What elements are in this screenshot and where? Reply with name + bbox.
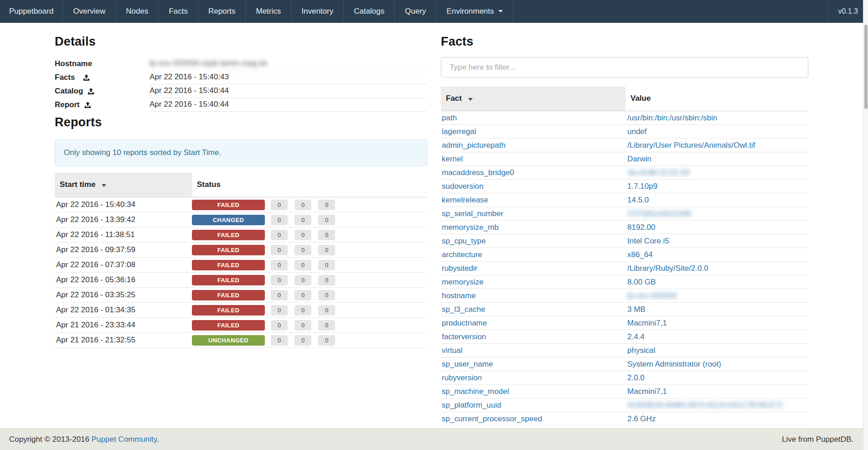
upload-icon[interactable] xyxy=(88,88,94,95)
reports-column-header-start-time[interactable]: Start time xyxy=(55,173,192,197)
fact-row: sp_user_name System Administrator (root) xyxy=(441,357,808,371)
puppet-community-link[interactable]: Puppet Community xyxy=(92,435,157,444)
fact-name-link[interactable]: kernelrelease xyxy=(442,196,488,204)
facts-title: Facts xyxy=(441,35,808,49)
nav-item[interactable]: Catalogs xyxy=(344,0,395,22)
nav-item[interactable]: Overview xyxy=(63,0,116,22)
fact-name-link[interactable]: sudoversion xyxy=(442,182,484,191)
fact-value-link[interactable]: Macmini7,1 xyxy=(627,387,667,396)
fact-value-link[interactable]: 2.4.4 xyxy=(627,332,645,341)
fact-value-link[interactable]: Macmini7,1 xyxy=(627,319,667,327)
report-start-time: Apr 21 2016 - 23:33:44 xyxy=(55,321,192,330)
fact-name-link[interactable]: sp_user_name xyxy=(442,360,493,368)
fact-value-link[interactable]: 3 MB xyxy=(627,305,646,314)
fact-value-link[interactable]: 2.6 GHz xyxy=(627,414,656,423)
nav-item[interactable]: Metrics xyxy=(246,0,291,22)
fact-value-link[interactable]: 2.0.0 xyxy=(627,373,645,382)
fact-value-link[interactable]: undef xyxy=(627,127,647,136)
fact-value-link[interactable]: 3a:c9:86:22:01:00 xyxy=(627,168,689,177)
fact-name-link[interactable]: sp_current_processor_speed xyxy=(442,414,542,423)
facts-column-header-fact[interactable]: Fact xyxy=(441,87,625,111)
fact-name-link[interactable]: lagerregal xyxy=(442,127,476,136)
fact-value-link[interactable]: 14.5.0 xyxy=(627,196,649,204)
facts-filter-input[interactable] xyxy=(441,57,808,78)
details-row: Hostname fp-osx-003056.mpib-berlin.mpg.d… xyxy=(55,57,427,71)
report-row: Apr 22 2016 - 09:37:59 FAILED 0 0 0 xyxy=(55,243,427,258)
count-badge: 0 xyxy=(294,260,311,270)
fact-value-link[interactable]: /usr/bin:/bin:/usr/sbin:/sbin xyxy=(627,114,717,122)
sort-desc-icon xyxy=(102,184,106,187)
fact-row: architecture x86_64 xyxy=(441,248,808,262)
fact-name-link[interactable]: memorysize xyxy=(442,278,484,286)
fact-name-link[interactable]: facterversion xyxy=(442,332,486,341)
fact-value-link[interactable]: /Library/Ruby/Site/2.0.0 xyxy=(627,264,708,273)
fact-name-link[interactable]: sp_l3_cache xyxy=(442,305,485,314)
count-badge: 0 xyxy=(271,200,288,210)
report-row: Apr 22 2016 - 05:36:16 FAILED 0 0 0 xyxy=(55,273,427,288)
report-start-time: Apr 22 2016 - 13:39:42 xyxy=(55,215,192,224)
count-badge: 0 xyxy=(294,275,311,285)
fact-name-link[interactable]: virtual xyxy=(442,346,462,355)
fact-name-link[interactable]: sp_cpu_type xyxy=(442,237,486,245)
fact-name-link[interactable]: productname xyxy=(442,319,487,327)
fact-value-link[interactable]: fp-osx-003056 xyxy=(627,291,677,300)
fact-name-link[interactable]: rubyversion xyxy=(442,373,482,382)
fact-value-link[interactable]: 8192.00 xyxy=(627,223,655,232)
count-badge: 0 xyxy=(294,305,311,316)
fact-value-link[interactable]: /Library/User Pictures/Animals/Owl.tif xyxy=(627,141,755,150)
fact-value-link[interactable]: Darwin xyxy=(627,155,651,163)
fact-name-link[interactable]: admin_picturepath xyxy=(442,141,506,150)
fact-value-link[interactable]: 1.7.10p9 xyxy=(627,182,657,191)
upload-icon[interactable] xyxy=(83,74,90,81)
navbar-brand[interactable]: Puppetboard xyxy=(0,0,63,22)
details-row-label: Catalog xyxy=(55,87,83,96)
fact-value-link[interactable]: System Administrator (root) xyxy=(627,360,721,368)
nav-item[interactable]: Nodes xyxy=(116,0,159,22)
fact-row: sp_platform_uuid 41A00E40-6AB6-5970-8114… xyxy=(441,398,808,412)
count-badge: 0 xyxy=(271,215,288,225)
fact-name-link[interactable]: architecture xyxy=(442,250,482,259)
status-badge: FAILED xyxy=(192,320,265,331)
fact-value-link[interactable]: x86_64 xyxy=(627,250,653,259)
fact-row: kernel Darwin xyxy=(441,152,808,166)
upload-icon[interactable] xyxy=(84,102,91,109)
count-badge: 0 xyxy=(318,320,335,331)
report-start-time: Apr 22 2016 - 05:36:16 xyxy=(55,275,192,284)
details-row-value: fp-osx-003056.mpib-berlin.mpg.de xyxy=(150,57,427,71)
count-badge: 0 xyxy=(271,230,288,240)
facts-column-header-value[interactable]: Value xyxy=(625,87,808,111)
fact-name-link[interactable]: macaddress_bridge0 xyxy=(442,168,514,177)
fact-name-link[interactable]: hostname xyxy=(442,291,476,300)
fact-value-link[interactable]: 41A00E40-6AB6-5970-8114-0A5173C9CE72 xyxy=(627,401,783,409)
fact-name-link[interactable]: sp_platform_uuid xyxy=(442,401,501,409)
fact-value-link[interactable]: C07QN1AAG1HW xyxy=(627,209,691,218)
fact-row: hostname fp-osx-003056 xyxy=(441,289,808,303)
nav-item[interactable]: Reports xyxy=(198,0,246,22)
fact-name-link[interactable]: path xyxy=(442,114,457,122)
fact-name-link[interactable]: memorysize_mb xyxy=(442,223,499,232)
fact-value-link[interactable]: 8.00 GB xyxy=(627,278,656,286)
status-badge: FAILED xyxy=(192,290,265,300)
count-badge: 0 xyxy=(318,200,335,210)
scrollbar-thumb[interactable] xyxy=(864,25,868,109)
details-row-label: Report xyxy=(55,100,80,109)
count-badge: 0 xyxy=(318,275,335,285)
nav-item[interactable]: Inventory xyxy=(291,0,344,22)
nav-item-environments-dropdown[interactable]: Environments xyxy=(437,0,513,22)
fact-name-link[interactable]: rubysitedir xyxy=(442,264,477,273)
footer: Copyright © 2013-2016 Puppet Community. … xyxy=(0,428,868,450)
count-badge: 0 xyxy=(318,230,335,240)
nav-item[interactable]: Query xyxy=(395,0,436,22)
fact-value-link[interactable]: physical xyxy=(627,346,655,355)
count-badge: 0 xyxy=(318,305,335,316)
fact-value-link[interactable]: Intel Core i5 xyxy=(627,237,669,245)
fact-name-link[interactable]: sp_serial_number xyxy=(442,209,503,218)
fact-row: sp_current_processor_speed 2.6 GHz xyxy=(441,412,808,426)
fact-name-link[interactable]: sp_machine_model xyxy=(442,387,509,396)
facts-column: Facts Fact Value path /usr/bin:/bin:/usr… xyxy=(441,35,808,426)
report-row: Apr 22 2016 - 13:39:42 CHANGED 0 0 0 xyxy=(55,212,427,228)
scrollbar-track[interactable] xyxy=(863,0,868,450)
fact-name-link[interactable]: kernel xyxy=(442,155,463,163)
nav-item[interactable]: Facts xyxy=(159,0,198,22)
reports-column-header-status[interactable]: Status xyxy=(192,173,427,197)
